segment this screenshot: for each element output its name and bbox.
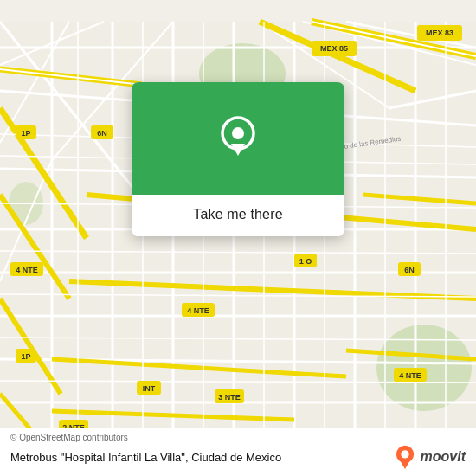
location-name: Metrobus "Hospital Infantil La Villa", C… [10, 451, 393, 464]
svg-point-89 [401, 450, 408, 458]
card-map-section [132, 82, 344, 195]
bottom-bar: © OpenStreetMap contributors Metrobus "H… [0, 428, 476, 476]
svg-text:1 O: 1 O [299, 257, 312, 266]
map-attribution: © OpenStreetMap contributors [10, 433, 466, 442]
card-button-section: Take me there [132, 195, 344, 236]
take-me-there-button[interactable]: Take me there [145, 203, 331, 226]
moovit-text: moovit [421, 449, 466, 465]
map-container: MEX 83 MEX 85 1P 6N 4 NTE 1 O 4 NTE 6N 1… [0, 0, 476, 476]
svg-text:MEX 83: MEX 83 [426, 29, 453, 37]
svg-text:4 NTE: 4 NTE [187, 306, 209, 315]
moovit-logo: moovit [393, 445, 466, 469]
svg-text:4 NTE: 4 NTE [399, 371, 421, 380]
map-background: MEX 83 MEX 85 1P 6N 4 NTE 1 O 4 NTE 6N 1… [0, 0, 476, 476]
svg-text:INT: INT [143, 384, 156, 393]
svg-text:6N: 6N [404, 266, 415, 274]
svg-text:6N: 6N [97, 129, 107, 138]
svg-point-86 [232, 127, 244, 139]
svg-text:3 NTE: 3 NTE [218, 393, 241, 402]
svg-marker-90 [400, 461, 409, 469]
moovit-pin-icon [393, 445, 417, 469]
location-info: Metrobus "Hospital Infantil La Villa", C… [10, 445, 466, 469]
svg-text:1P: 1P [21, 352, 30, 361]
svg-text:MEX 85: MEX 85 [320, 44, 348, 53]
location-pin-icon [214, 114, 262, 163]
location-card: Take me there [132, 82, 344, 236]
svg-marker-87 [231, 144, 245, 156]
svg-text:1P: 1P [21, 129, 30, 138]
svg-text:4 NTE: 4 NTE [16, 266, 38, 274]
